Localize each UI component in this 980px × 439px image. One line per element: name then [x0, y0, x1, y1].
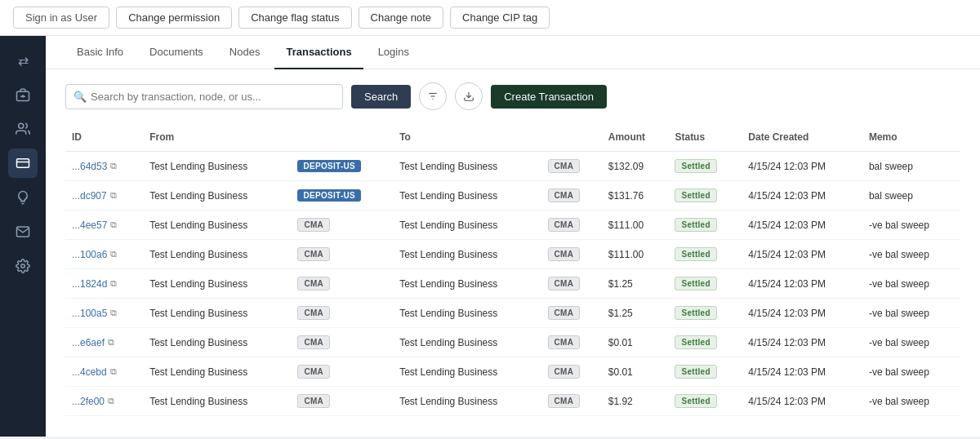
copy-id-icon[interactable]: ⧉ [110, 366, 117, 377]
cell-id: ...1824d ⧉ [65, 269, 143, 299]
svg-point-2 [19, 123, 24, 128]
cell-amount: $1.25 [602, 299, 669, 328]
table-row: ...4ee57 ⧉ Test Lending Business CMA Tes… [65, 211, 960, 240]
table-row: ...2fe00 ⧉ Test Lending Business CMA Tes… [65, 387, 960, 416]
cell-to-name: Test Lending Business [393, 181, 541, 211]
table-row: ...e6aef ⧉ Test Lending Business CMA Tes… [65, 328, 960, 357]
table-row: ...dc907 ⧉ Test Lending Business DEPOSIT… [65, 181, 960, 211]
transactions-table: ID From To Amount Status Date Created Me… [65, 123, 960, 416]
table-row: ...100a5 ⧉ Test Lending Business CMA Tes… [65, 299, 960, 328]
cell-to-badge: CMA [541, 152, 602, 181]
cell-date: 4/15/24 12:03 PM [742, 240, 862, 269]
cell-date: 4/15/24 12:03 PM [742, 211, 862, 240]
tab-transactions[interactable]: Transactions [274, 36, 363, 69]
signin-as-user-button[interactable]: Sign in as User [13, 7, 109, 29]
transaction-id-link[interactable]: ...e6aef [72, 337, 105, 348]
cell-memo: -ve bal sweep [862, 240, 960, 269]
mail-icon[interactable] [8, 217, 38, 246]
cell-from-badge: CMA [291, 299, 393, 328]
main-content: Basic Info Documents Nodes Transactions … [46, 36, 980, 437]
search-input[interactable] [65, 84, 343, 109]
cell-to-name: Test Lending Business [393, 299, 541, 328]
svg-point-5 [21, 264, 25, 268]
cell-memo: -ve bal sweep [862, 269, 960, 299]
cell-amount: $1.92 [602, 387, 669, 416]
copy-id-icon[interactable]: ⧉ [110, 278, 117, 289]
copy-id-icon[interactable]: ⧉ [110, 308, 117, 318]
transaction-id-link[interactable]: ...64d53 [72, 161, 107, 172]
cell-amount: $131.76 [602, 181, 669, 211]
copy-id-icon[interactable]: ⧉ [110, 190, 117, 201]
inbox-icon[interactable] [8, 80, 38, 109]
cell-from-badge: DEPOSIT-US [291, 152, 393, 181]
swap-icon[interactable]: ⇄ [8, 46, 38, 75]
cell-date: 4/15/24 12:03 PM [742, 152, 862, 181]
copy-id-icon[interactable]: ⧉ [110, 249, 117, 259]
cell-to-badge: CMA [541, 299, 602, 328]
table-header-row: ID From To Amount Status Date Created Me… [65, 123, 960, 152]
transaction-id-link[interactable]: ...2fe00 [72, 396, 105, 407]
cell-amount: $0.01 [602, 357, 669, 387]
cell-to-name: Test Lending Business [393, 357, 541, 387]
cell-amount: $111.00 [602, 211, 669, 240]
transaction-id-link[interactable]: ...100a5 [72, 308, 107, 319]
cell-amount: $1.25 [602, 269, 669, 299]
search-button[interactable]: Search [351, 85, 411, 109]
col-date: Date Created [742, 123, 862, 152]
transaction-id-link[interactable]: ...100a6 [72, 249, 107, 260]
cell-to-badge: CMA [541, 240, 602, 269]
col-amount: Amount [602, 123, 669, 152]
cell-status: Settled [668, 211, 742, 240]
transaction-id-link[interactable]: ...4ee57 [72, 220, 107, 231]
transaction-id-link[interactable]: ...dc907 [72, 190, 107, 202]
change-permission-button[interactable]: Change permission [116, 7, 232, 29]
change-cip-tag-button[interactable]: Change CIP tag [450, 7, 550, 29]
settings-icon[interactable] [8, 251, 38, 281]
cell-status: Settled [668, 387, 742, 416]
cell-from-name: Test Lending Business [143, 328, 291, 357]
cell-id: ...dc907 ⧉ [65, 181, 143, 211]
id-card-icon[interactable] [8, 149, 38, 178]
tab-documents[interactable]: Documents [138, 36, 215, 69]
col-status: Status [668, 123, 742, 152]
tab-logins[interactable]: Logins [367, 36, 421, 69]
create-transaction-button[interactable]: Create Transaction [491, 85, 607, 109]
cell-id: ...e6aef ⧉ [65, 328, 143, 357]
transaction-id-link[interactable]: ...1824d [72, 278, 107, 290]
cell-memo: -ve bal sweep [862, 328, 960, 357]
cell-to-name: Test Lending Business [393, 240, 541, 269]
cell-to-name: Test Lending Business [393, 269, 541, 299]
copy-id-icon[interactable]: ⧉ [108, 396, 114, 406]
cell-memo: bal sweep [862, 181, 960, 211]
filter-button[interactable] [419, 82, 447, 110]
cell-id: ...64d53 ⧉ [65, 152, 143, 181]
cell-to-badge: CMA [541, 387, 602, 416]
cell-from-name: Test Lending Business [143, 240, 291, 269]
copy-id-icon[interactable]: ⧉ [110, 220, 117, 230]
copy-id-icon[interactable]: ⧉ [108, 337, 114, 348]
cell-from-badge: CMA [291, 387, 393, 416]
cell-from-name: Test Lending Business [143, 152, 291, 181]
tab-nodes[interactable]: Nodes [218, 36, 272, 69]
cell-amount: $0.01 [602, 328, 669, 357]
col-memo: Memo [862, 123, 960, 152]
cell-memo: -ve bal sweep [862, 299, 960, 328]
table-row: ...64d53 ⧉ Test Lending Business DEPOSIT… [65, 152, 960, 181]
col-id: ID [65, 123, 143, 152]
cell-id: ...100a6 ⧉ [65, 240, 143, 269]
cell-from-name: Test Lending Business [143, 181, 291, 211]
top-bar: Sign in as User Change permission Change… [0, 0, 980, 36]
transaction-id-link[interactable]: ...4cebd [72, 366, 107, 378]
users-icon[interactable] [8, 114, 38, 144]
cell-status: Settled [668, 357, 742, 387]
change-note-button[interactable]: Change note [359, 7, 443, 29]
lightbulb-icon[interactable] [8, 183, 38, 212]
tab-basic-info[interactable]: Basic Info [65, 36, 135, 69]
cell-to-badge: CMA [541, 328, 602, 357]
cell-id: ...100a5 ⧉ [65, 299, 143, 328]
download-button[interactable] [455, 82, 483, 110]
cell-memo: -ve bal sweep [862, 357, 960, 387]
cell-id: ...4cebd ⧉ [65, 357, 143, 387]
change-flag-status-button[interactable]: Change flag status [238, 7, 351, 29]
copy-id-icon[interactable]: ⧉ [110, 161, 117, 171]
